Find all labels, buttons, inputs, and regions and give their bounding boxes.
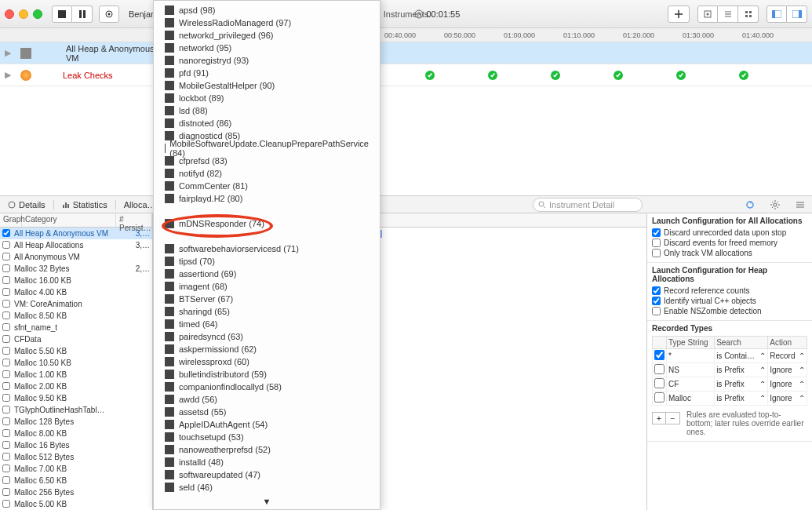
graph-checkbox[interactable] <box>2 229 10 237</box>
rule-checkbox[interactable] <box>654 392 665 403</box>
remove-rule-button[interactable]: − <box>666 412 680 424</box>
maximize-icon[interactable] <box>33 9 42 19</box>
alloc-row[interactable]: TGlyphOutlineHashTabl… <box>0 404 152 416</box>
process-item[interactable]: MobileSoftwareUpdate.CleanupPreparePathS… <box>154 142 380 155</box>
crumb-details[interactable]: Details <box>0 200 54 209</box>
grid-view-button[interactable] <box>738 5 759 23</box>
scroll-down-icon[interactable]: ▼ <box>263 497 271 506</box>
graph-checkbox[interactable] <box>2 453 10 461</box>
graph-checkbox[interactable] <box>2 488 10 496</box>
graph-checkbox[interactable] <box>2 359 10 366</box>
alloc-row[interactable]: CFData <box>0 333 152 345</box>
process-picker[interactable] <box>99 5 119 23</box>
search-cell[interactable]: is Prefix ⌃ <box>715 377 768 392</box>
process-item[interactable]: sharingd (65) <box>154 305 380 318</box>
process-item[interactable]: fairplayd.H2 (80) <box>154 192 380 205</box>
process-item[interactable]: MobileGestaltHelper (90) <box>154 79 380 92</box>
config-option[interactable]: Record reference counts <box>652 286 807 295</box>
graph-checkbox[interactable] <box>2 441 10 449</box>
alloc-row[interactable]: Malloc 1.00 KB <box>0 369 152 381</box>
settings-button[interactable] <box>768 198 782 212</box>
process-item[interactable]: lsd (88) <box>154 104 380 117</box>
process-item[interactable] <box>154 230 380 242</box>
graph-checkbox[interactable] <box>2 253 10 260</box>
track-all-heap[interactable]: ▶ All Heap & Anonymous VM <box>0 42 812 64</box>
strategy-button[interactable] <box>697 5 718 23</box>
type-rule-row[interactable]: NSis Prefix ⌃Ignore ⌃ <box>653 363 807 377</box>
action-cell[interactable]: Ignore ⌃ <box>768 392 807 406</box>
crumb-statistics[interactable]: Statistics <box>54 200 116 209</box>
option-checkbox[interactable] <box>652 307 661 315</box>
process-item[interactable]: networkd (95) <box>154 42 380 54</box>
alloc-row[interactable]: Malloc 16.00 KB <box>0 275 152 286</box>
process-item[interactable]: nanoregistryd (93) <box>154 54 380 67</box>
graph-checkbox[interactable] <box>2 323 10 331</box>
alloc-row[interactable]: Malloc 5.00 KB <box>0 498 152 510</box>
option-checkbox[interactable] <box>652 297 661 305</box>
process-item[interactable]: askpermissiond (62) <box>154 343 380 355</box>
instrument-search[interactable]: Instrument Detail <box>533 198 643 212</box>
option-checkbox[interactable] <box>652 249 661 257</box>
alloc-row[interactable]: sfnt_name_t <box>0 322 152 333</box>
alloc-row[interactable]: Malloc 4.00 KB <box>0 286 152 298</box>
alloc-row[interactable]: Malloc 16 Bytes <box>0 439 152 451</box>
process-item[interactable] <box>154 205 380 217</box>
alloc-row[interactable]: All Heap Allocations3,… <box>0 239 152 251</box>
graph-checkbox[interactable] <box>2 394 10 402</box>
process-item[interactable]: nanoweatherprefsd (52) <box>154 443 380 456</box>
config-option[interactable]: Discard unrecorded data upon stop <box>652 228 807 237</box>
alloc-row[interactable]: Malloc 8.50 KB <box>0 310 152 322</box>
process-item[interactable]: awdd (56) <box>154 393 380 406</box>
process-item[interactable]: tipsd (70) <box>154 255 380 268</box>
process-item[interactable]: apsd (98) <box>154 4 380 16</box>
type-rule-row[interactable]: CFis Prefix ⌃Ignore ⌃ <box>653 377 807 392</box>
alloc-row[interactable]: All Anonymous VM <box>0 251 152 263</box>
graph-checkbox[interactable] <box>2 429 10 437</box>
graph-checkbox[interactable] <box>2 464 10 472</box>
graph-checkbox[interactable] <box>2 500 10 508</box>
alloc-row[interactable]: All Heap & Anonymous VM3,… <box>0 228 152 239</box>
graph-checkbox[interactable] <box>2 417 10 425</box>
process-item[interactable]: assetsd (55) <box>154 406 380 418</box>
graph-checkbox[interactable] <box>2 476 10 484</box>
process-item[interactable]: touchsetupd (53) <box>154 431 380 443</box>
process-item[interactable]: pairedsyncd (63) <box>154 330 380 343</box>
alloc-row[interactable]: Malloc 7.00 KB <box>0 463 152 475</box>
graph-checkbox[interactable] <box>2 370 10 378</box>
process-item[interactable]: lockbot (89) <box>154 92 380 104</box>
alloc-row[interactable]: Malloc 512 Bytes <box>0 451 152 463</box>
process-item[interactable]: assertiond (69) <box>154 268 380 280</box>
alloc-row[interactable]: Malloc 6.50 KB <box>0 475 152 486</box>
track-leak-checks[interactable]: ▶ Leak Checks <box>0 64 812 86</box>
alloc-row[interactable]: Malloc 9.50 KB <box>0 392 152 404</box>
process-item[interactable]: softwareupdated (47) <box>154 468 380 481</box>
alloc-row[interactable]: Malloc 32 Bytes2,… <box>0 263 152 275</box>
graph-checkbox[interactable] <box>2 264 10 272</box>
disclosure-icon[interactable]: ▶ <box>5 70 16 80</box>
graph-checkbox[interactable] <box>2 335 10 343</box>
process-item[interactable]: mDNSResponder (74) <box>154 217 380 230</box>
process-item[interactable]: pfd (91) <box>154 67 380 79</box>
process-item[interactable]: notifyd (82) <box>154 167 380 180</box>
disclosure-icon[interactable]: ▶ <box>5 48 16 58</box>
refresh-button[interactable] <box>743 198 757 212</box>
action-cell[interactable]: Ignore ⌃ <box>768 363 807 377</box>
process-item[interactable]: AppleIDAuthAgent (54) <box>154 418 380 431</box>
alloc-row[interactable]: Malloc 128 Bytes <box>0 416 152 428</box>
graph-checkbox[interactable] <box>2 300 10 308</box>
process-item[interactable]: softwarebehaviorservicesd (71) <box>154 242 380 255</box>
right-panel-toggle[interactable] <box>787 5 807 23</box>
add-instrument-button[interactable] <box>668 5 690 23</box>
process-item[interactable]: wirelessproxd (60) <box>154 355 380 368</box>
graph-checkbox[interactable] <box>2 382 10 390</box>
process-item[interactable]: seld (46) <box>154 481 380 494</box>
graph-checkbox[interactable] <box>2 406 10 413</box>
add-rule-button[interactable]: + <box>652 412 666 424</box>
rule-checkbox[interactable] <box>654 350 665 360</box>
config-option[interactable]: Only track VM allocations <box>652 249 807 257</box>
alloc-row[interactable]: Malloc 8.00 KB <box>0 428 152 439</box>
process-item[interactable]: distnoted (86) <box>154 117 380 129</box>
close-icon[interactable] <box>5 9 14 19</box>
rule-checkbox[interactable] <box>654 364 665 374</box>
graph-checkbox[interactable] <box>2 347 10 355</box>
